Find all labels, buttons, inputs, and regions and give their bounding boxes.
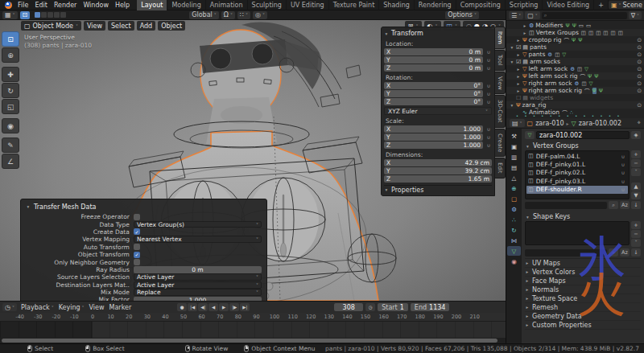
workspace-tab-+[interactable]: + <box>594 0 609 10</box>
mode-dropdown[interactable]: ▢ Object Mode ˅ <box>21 21 81 31</box>
viewport-menu-object[interactable]: Object <box>158 21 185 31</box>
dropdown[interactable]: Active Layer˅ <box>134 281 262 289</box>
wrench-icon[interactable]: ⚙ <box>547 51 552 58</box>
number-field-y[interactable]: Y39.2 cm <box>384 167 492 174</box>
figure-icon[interactable]: Ψ <box>572 37 576 43</box>
vertex-group-row[interactable]: ◫DEF-f_pinky.02.L∪ <box>526 169 628 177</box>
wrench-icon[interactable]: ⚙ <box>570 66 575 72</box>
checkbox[interactable] <box>134 214 140 220</box>
eye-icon[interactable]: ⊙ <box>637 44 642 51</box>
outliner-display-mode[interactable]: ☰˅ <box>509 11 523 19</box>
menu-render[interactable]: Render <box>51 2 80 9</box>
number-field-z[interactable]: Z0 m <box>384 64 483 72</box>
tab-tool[interactable]: ⚒ <box>507 131 521 141</box>
menu-file[interactable]: File <box>14 2 31 9</box>
tab-object[interactable]: ▢ <box>507 194 521 203</box>
number-field[interactable]: 1.000 <box>134 297 262 301</box>
viewport-menu-add[interactable]: Add <box>137 21 156 31</box>
transform-panel-header[interactable]: ▾ Transform <box>384 29 492 38</box>
lock-icon[interactable]: ∪ <box>485 126 492 132</box>
lock-icon[interactable]: ∪ <box>485 91 492 96</box>
workspace-tab-shading[interactable]: Shading <box>379 0 415 10</box>
vertex-group-row[interactable]: ◫DEF-f_pinky.03.L∪ <box>526 177 628 185</box>
lock-icon[interactable]: ∪ <box>485 57 492 63</box>
timeline-scrollbar[interactable] <box>0 338 506 343</box>
number-field-z[interactable]: Z1.65 m <box>384 175 492 183</box>
eye-icon[interactable]: ⊙ <box>637 80 642 87</box>
tab-modifiers[interactable]: ⚙ <box>507 204 521 214</box>
group-icon[interactable]: ◫ <box>581 30 586 36</box>
pivot-point-dropdown[interactable]: ∷˅ <box>237 11 250 19</box>
number-field-x[interactable]: X1.000 <box>384 125 483 133</box>
screen-icon[interactable]: ▭ <box>579 23 584 29</box>
transform-orientation-dropdown[interactable]: Global ˅ <box>189 11 219 19</box>
fake-user-button[interactable]: ◈ <box>631 131 641 139</box>
outliner-row[interactable]: ∿Animation⌒∴ <box>506 109 644 114</box>
list-filter-input[interactable] <box>525 202 607 209</box>
outliner-row[interactable]: ▸◫Vertex Groups◫◫◫◫◫◫ <box>506 29 644 36</box>
number-field-x[interactable]: X42.9 cm <box>384 159 492 166</box>
properties-subpanel-header[interactable]: ▾ Properties <box>384 185 492 194</box>
transport-button-0[interactable]: |◀ <box>188 303 197 311</box>
lock-icon[interactable]: ∪ <box>485 49 492 55</box>
checkbox[interactable] <box>134 244 140 250</box>
checkbox[interactable] <box>134 259 140 265</box>
expand-icon[interactable]: ▾ <box>510 45 514 50</box>
expand-icon[interactable]: ▾ <box>510 60 514 64</box>
lock-icon[interactable]: ∪ <box>620 187 626 192</box>
preview-range-toggle[interactable]: ◷ <box>365 303 375 311</box>
breadcrumb-data-name[interactable]: zara-010.002 <box>579 120 621 127</box>
eye-icon[interactable]: ⊙ <box>637 73 642 80</box>
number-field-x[interactable]: X0 m <box>384 48 483 55</box>
figure-icon[interactable]: Ψ <box>578 37 582 43</box>
vertex-group-row[interactable]: ◫DEF-f_pinky.01.L∪ <box>526 160 628 168</box>
transport-button-3[interactable]: ▶ <box>219 303 229 311</box>
group-icon[interactable]: ◫ <box>555 51 559 58</box>
sort-alpha-button[interactable]: Az <box>620 201 630 209</box>
list-filter-input[interactable] <box>525 249 607 257</box>
menu-edit[interactable]: Edit <box>31 2 51 9</box>
outliner-row[interactable]: ▸Ψleft arm sock rig⌒ΨΨ⊙ <box>506 72 644 80</box>
frame-start-field[interactable]: Start 1 <box>378 303 408 311</box>
checkbox[interactable]: ✓ <box>134 228 140 235</box>
screen-icon[interactable]: ▭ <box>586 23 591 29</box>
n-panel-tab-edit[interactable]: Edit <box>495 158 506 179</box>
blender-logo-icon[interactable] <box>5 2 12 9</box>
viewport-menu-select[interactable]: Select <box>108 21 134 31</box>
scrollbar-handle[interactable] <box>2 339 497 343</box>
group-icon[interactable]: ◫ <box>596 30 601 36</box>
figure-icon[interactable]: Ψ <box>572 23 576 29</box>
workspace-tab-modeling[interactable]: Modeling <box>167 0 205 10</box>
transport-button-2[interactable]: ◀ <box>208 303 218 311</box>
figure-icon[interactable]: Ψ <box>594 73 598 80</box>
shape-keys-panel-header[interactable]: ▾ Shape Keys <box>525 212 641 221</box>
vertex-group-row[interactable]: ◫DEF-shoulder.R∪ <box>526 186 628 194</box>
outliner-row[interactable]: ▾☑▤pants⊙ <box>506 43 644 51</box>
expand-icon[interactable]: ▸ <box>522 31 527 35</box>
vertex-group-specials-menu[interactable]: ˅ <box>631 168 641 176</box>
timeline-menu-keying[interactable]: Keying˅ <box>59 304 85 311</box>
breadcrumb-object-name[interactable]: zara-010 <box>535 120 564 127</box>
tab-object-data[interactable]: ▽ <box>507 246 521 256</box>
move-tool[interactable]: ✚ <box>2 67 19 82</box>
group-icon[interactable]: ◫ <box>577 66 582 72</box>
eye-icon[interactable]: ⊙ <box>637 102 642 109</box>
3d-viewport[interactable]: ▢ Object Mode ˅ ViewSelectAddObject ⊞˅ ◐… <box>0 20 506 301</box>
figure-icon[interactable]: Ψ <box>599 88 603 94</box>
mesh-g-icon[interactable]: ▽ <box>589 80 593 87</box>
outliner-row[interactable]: ▾Ψzara_rig⊙ <box>506 101 644 109</box>
panel-header-remesh[interactable]: ▸Remesh <box>525 303 641 312</box>
eye-icon[interactable]: ⊙ <box>637 59 642 65</box>
number-field-z[interactable]: Z1.000 <box>384 142 483 149</box>
group-icon[interactable]: ◫ <box>610 30 615 36</box>
outliner-row[interactable]: ▸▽left arm sock⚙◫▽⊙ <box>506 65 644 72</box>
panel-header-texture-space[interactable]: ▸Texture Space <box>525 294 641 303</box>
workspace-tab-sculpting[interactable]: Sculpting <box>248 0 287 10</box>
eye-icon[interactable]: ⊙ <box>637 37 642 43</box>
dropdown[interactable]: Vertex Group(s)˅ <box>134 221 262 228</box>
menu-window[interactable]: Window <box>80 2 112 9</box>
lock-icon[interactable]: ∪ <box>485 134 492 140</box>
operator-panel-header[interactable]: ▾ Transfer Mesh Data <box>26 202 262 211</box>
lock-icon[interactable]: ∪ <box>620 179 626 184</box>
timeline-editor-type-button[interactable]: ◷ ˅ <box>2 303 17 311</box>
